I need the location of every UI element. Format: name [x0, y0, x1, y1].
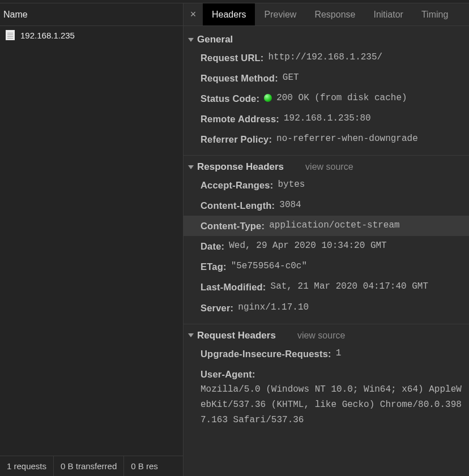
footer-requests: 1 requests [0, 456, 54, 476]
request-detail-panel: × Headers Preview Response Initiator Tim… [184, 3, 469, 476]
status-text: 200 OK (from disk cache) [276, 93, 407, 103]
kv-value: 200 OK (from disk cache) [264, 91, 407, 106]
request-list-footer: 1 requests 0 B transferred 0 B res [0, 456, 183, 476]
section-response-title: Response Headers [197, 161, 284, 173]
section-general-header[interactable]: General [184, 31, 469, 48]
kv-content-type: Content-Type: application/octet-stream [184, 216, 469, 236]
section-request-header[interactable]: Request Headers view source [184, 327, 469, 344]
kv-value: 192.168.1.235:80 [284, 111, 371, 126]
kv-last-modified: Last-Modified: Sat, 21 Mar 2020 04:17:40… [184, 277, 469, 297]
kv-status-code: Status Code: 200 OK (from disk cache) [184, 88, 469, 109]
kv-upgrade-insecure: Upgrade-Insecure-Requests: 1 [184, 344, 469, 364]
kv-label: Accept-Ranges: [201, 177, 273, 193]
request-list-panel: Name 192.168.1.235 1 requests 0 B transf… [0, 3, 184, 476]
kv-label: Content-Length: [201, 198, 275, 213]
kv-etag: ETag: "5e759564-c0c" [184, 256, 469, 277]
kv-value: Sat, 21 Mar 2020 04:17:40 GMT [271, 279, 428, 294]
kv-label: User-Agent: [201, 366, 255, 382]
footer-resources: 0 B res [124, 456, 165, 476]
kv-value: GET [283, 70, 299, 85]
headers-detail: General Request URL: http://192.168.1.23… [184, 26, 469, 476]
kv-label: Content-Type: [201, 218, 265, 234]
kv-label: Request URL: [201, 50, 264, 66]
tab-preview[interactable]: Preview [255, 3, 305, 25]
kv-label: Request Method: [201, 70, 278, 86]
tab-timing[interactable]: Timing [412, 3, 457, 25]
detail-tabs: × Headers Preview Response Initiator Tim… [184, 3, 469, 26]
kv-referrer-policy: Referrer Policy: no-referrer-when-downgr… [184, 129, 469, 149]
section-response-header[interactable]: Response Headers view source [184, 158, 469, 175]
kv-value: Wed, 29 Apr 2020 10:34:20 GMT [229, 238, 386, 254]
kv-remote-address: Remote Address: 192.168.1.235:80 [184, 109, 469, 129]
caret-down-icon [188, 333, 194, 337]
kv-value: Mozilla/5.0 (Windows NT 10.0; Win64; x64… [201, 382, 467, 428]
kv-label: ETag: [201, 259, 227, 275]
section-response-headers: Response Headers view source Accept-Rang… [184, 158, 469, 324]
kv-label: Remote Address: [201, 111, 279, 127]
kv-value: 1 [336, 346, 342, 361]
kv-request-url: Request URL: http://192.168.1.235/ [184, 48, 469, 68]
tab-initiator[interactable]: Initiator [364, 3, 412, 25]
view-source-link[interactable]: view source [297, 331, 345, 341]
request-list-header[interactable]: Name [0, 3, 183, 26]
kv-value: 3084 [279, 198, 301, 213]
caret-down-icon [188, 38, 194, 42]
kv-label: Server: [201, 300, 233, 316]
kv-label: Last-Modified: [201, 279, 266, 295]
kv-value: nginx/1.17.10 [238, 300, 309, 315]
kv-value: "5e759564-c0c" [231, 259, 307, 274]
tab-headers[interactable]: Headers [203, 3, 255, 25]
tab-response[interactable]: Response [305, 3, 364, 25]
kv-server: Server: nginx/1.17.10 [184, 298, 469, 318]
request-list: 192.168.1.235 [0, 26, 183, 456]
request-name: 192.168.1.235 [20, 31, 75, 40]
kv-user-agent: User-Agent: Mozilla/5.0 (Windows NT 10.0… [184, 364, 469, 431]
section-general-title: General [197, 34, 233, 45]
devtools-network-panel: Name 192.168.1.235 1 requests 0 B transf… [0, 3, 469, 476]
kv-request-method: Request Method: GET [184, 68, 469, 88]
footer-transferred: 0 B transferred [54, 456, 124, 476]
kv-label: Date: [201, 238, 224, 254]
kv-label: Upgrade-Insecure-Requests: [201, 346, 331, 362]
section-general: General Request URL: http://192.168.1.23… [184, 31, 469, 156]
kv-content-length: Content-Length: 3084 [184, 195, 469, 216]
kv-value: application/octet-stream [269, 218, 399, 233]
section-request-headers: Request Headers view source Upgrade-Inse… [184, 327, 469, 436]
kv-label: Referrer Policy: [201, 131, 272, 147]
request-row[interactable]: 192.168.1.235 [0, 26, 183, 44]
kv-accept-ranges: Accept-Ranges: bytes [184, 175, 469, 195]
kv-value: http://192.168.1.235/ [268, 50, 383, 65]
kv-label: Status Code: [201, 91, 259, 106]
kv-value: no-referrer-when-downgrade [276, 131, 418, 147]
view-source-link[interactable]: view source [305, 162, 353, 172]
section-request-title: Request Headers [197, 330, 276, 341]
kv-value: bytes [278, 177, 305, 192]
kv-date: Date: Wed, 29 Apr 2020 10:34:20 GMT [184, 236, 469, 256]
column-name-label: Name [3, 10, 28, 20]
document-icon [6, 30, 15, 40]
caret-down-icon [188, 165, 194, 169]
status-dot-icon [264, 94, 272, 102]
close-icon[interactable]: × [184, 3, 203, 25]
